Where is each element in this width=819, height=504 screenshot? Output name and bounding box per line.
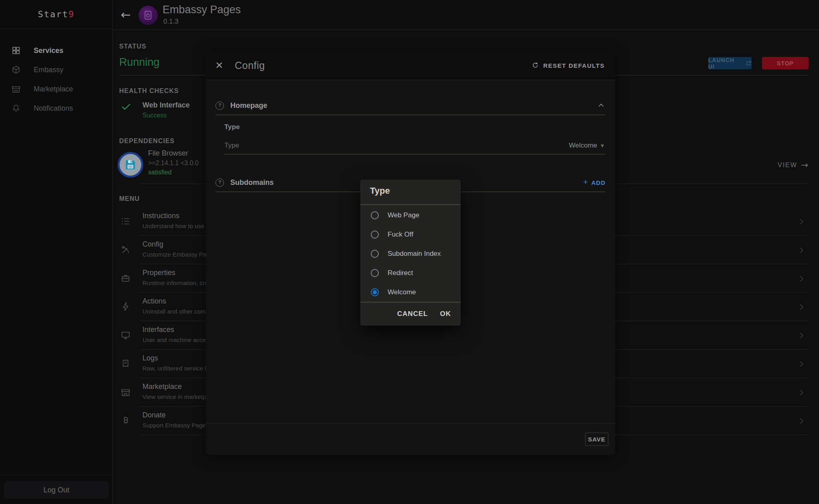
close-icon[interactable]: × (215, 51, 223, 79)
bell-icon (11, 103, 21, 113)
file-browser-icon (118, 152, 143, 178)
dialog-divider-top (360, 204, 461, 205)
ok-button[interactable]: OK (440, 310, 451, 318)
help-circle-icon: ? (215, 101, 224, 110)
homepage-divider (215, 115, 606, 115)
chevron-right-icon (797, 417, 806, 425)
back-arrow-icon[interactable]: ← (121, 0, 131, 29)
status-section-label: STATUS (119, 43, 146, 50)
dependency-view-link[interactable]: VIEW → (778, 160, 808, 170)
view-label: VIEW (778, 162, 797, 169)
health-check-result: Success (142, 112, 167, 119)
radio-option-label: Welcome (388, 283, 416, 302)
menu-item-title: Properties (142, 269, 175, 277)
dependency-status: satisfied (148, 169, 172, 176)
add-subdomain-button[interactable]: + ADD (583, 178, 606, 187)
sidebar-item-marketplace[interactable]: Marketplace (0, 79, 112, 99)
sidebar-item-label: Services (34, 41, 63, 60)
plus-icon: + (583, 177, 588, 187)
homepage-section-header[interactable]: ? Homepage (215, 97, 606, 114)
radio-option-label: Fuck Off (388, 225, 413, 244)
dialog-actions: CANCEL OK (397, 302, 451, 326)
radio-option-label: Web Page (388, 206, 419, 225)
radio-icon (371, 269, 379, 277)
menu-item-title: Instructions (142, 212, 179, 220)
arrow-right-icon: → (801, 160, 808, 170)
radio-option-web-page[interactable]: Web Page (360, 206, 461, 225)
menu-item-title: Logs (142, 354, 158, 362)
storefront-icon (11, 84, 21, 94)
type-group-label: Type (224, 123, 240, 131)
grid-icon (11, 46, 21, 55)
start9-logo: Start9 (0, 0, 112, 29)
reset-defaults-button[interactable]: RESET DEFAULTS (531, 51, 605, 80)
type-field-underline (224, 154, 606, 154)
radio-option-fuck-off[interactable]: Fuck Off (360, 225, 461, 244)
storefront-icon (120, 387, 131, 397)
check-icon (120, 100, 132, 112)
app-version: 0.1.3 (163, 18, 179, 26)
chevron-right-icon (797, 331, 806, 340)
stop-label: STOP (777, 60, 794, 67)
start9-app: Start9 Services Embassy Marketplace Noti… (0, 0, 819, 504)
sidebar: Start9 Services Embassy Marketplace Noti… (0, 0, 113, 504)
sidebar-item-embassy[interactable]: Embassy (0, 60, 112, 79)
menu-item-title: Donate (142, 411, 166, 419)
stop-button[interactable]: STOP (762, 57, 809, 69)
sidebar-item-label: Notifications (34, 99, 73, 118)
save-button[interactable]: SAVE (585, 433, 608, 446)
help-circle-icon: ? (215, 178, 224, 187)
radio-option-label: Redirect (388, 263, 413, 283)
type-select-field[interactable]: Type Welcome ▼ (224, 137, 604, 154)
dependency-version-range: >=2.14.1.1 <3.0.0 (148, 160, 199, 167)
logout-button[interactable]: Log Out (4, 481, 109, 499)
radio-icon (371, 231, 379, 239)
chevron-right-icon (797, 274, 806, 283)
receipt-icon (120, 358, 131, 369)
health-check-name: Web Interface (142, 101, 190, 109)
homepage-section-label: Homepage (230, 101, 267, 110)
cancel-button[interactable]: CANCEL (397, 310, 428, 318)
caret-down-icon: ▼ (601, 144, 604, 148)
menu-item-title: Config (142, 240, 163, 249)
chevron-right-icon (797, 217, 806, 226)
config-modal-title: Config (235, 51, 265, 80)
briefcase-icon (120, 273, 131, 283)
radio-option-subdomain-index[interactable]: Subdomain Index (360, 244, 461, 263)
chevron-right-icon (797, 388, 806, 397)
radio-option-label: Subdomain Index (388, 244, 441, 263)
type-dialog: Type Web Page Fuck Off Subdomain Index R… (360, 180, 461, 326)
launch-ui-button[interactable]: LAUNCH UI (708, 57, 752, 69)
chevron-right-icon (797, 360, 806, 368)
radio-option-welcome[interactable]: Welcome (360, 283, 461, 302)
menu-item-title: Marketplace (142, 383, 182, 391)
sidebar-item-notifications[interactable]: Notifications (0, 99, 112, 118)
modal-footer-divider (206, 423, 615, 423)
bitcoin-icon (120, 415, 131, 426)
monitor-icon (120, 330, 131, 340)
subdomains-section-label: Subdomains (230, 178, 274, 187)
logo-text: Start (38, 9, 68, 19)
sidebar-item-label: Marketplace (34, 79, 73, 99)
sidebar-divider (0, 475, 112, 476)
chevron-up-icon (597, 101, 606, 110)
menu-item-title: Interfaces (142, 326, 174, 334)
radio-icon (371, 250, 379, 258)
menu-item-title: Actions (142, 297, 166, 306)
radio-option-redirect[interactable]: Redirect (360, 263, 461, 283)
chevron-right-icon (797, 303, 806, 312)
health-checks-section-label: HEALTH CHECKS (119, 87, 179, 95)
page-header: ← Embassy Pages 0.1.3 (113, 0, 819, 30)
dependency-name: File Browser (148, 149, 188, 158)
dependencies-section-label: DEPENDENCIES (119, 138, 175, 145)
external-link-icon (746, 60, 752, 66)
sidebar-item-services[interactable]: Services (0, 41, 112, 60)
lightning-icon (120, 302, 131, 312)
radio-selected-icon (371, 288, 379, 296)
logo-accent: 9 (68, 9, 74, 19)
refresh-icon (531, 61, 539, 69)
type-field-value: Welcome (569, 142, 597, 150)
cube-icon (11, 65, 21, 75)
reset-defaults-label: RESET DEFAULTS (543, 62, 605, 69)
status-value: Running (119, 56, 160, 69)
